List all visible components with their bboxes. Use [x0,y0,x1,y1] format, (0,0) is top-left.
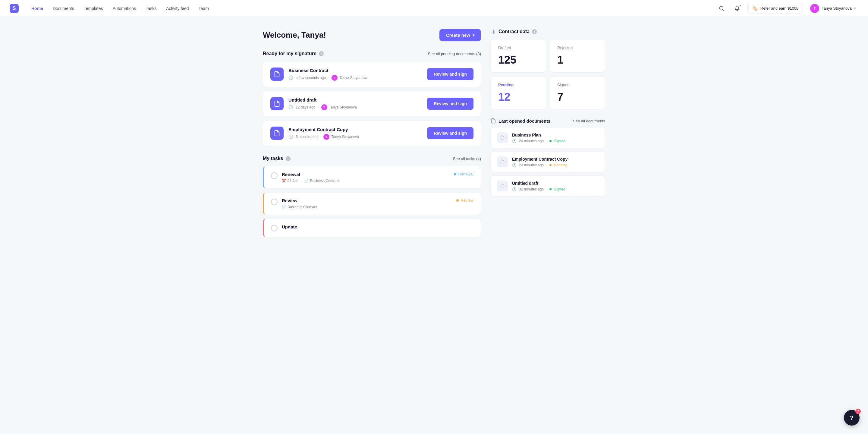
last-doc-meta: 🕐 32 minutes ago · Signed [512,187,599,191]
search-icon [719,6,724,11]
last-doc-icon [497,132,508,143]
stat-rejected-value: 1 [557,54,598,66]
last-doc-employment-contract[interactable]: Employment Contract Copy 🕐 23 minutes ag… [491,151,605,173]
doc-card-employment-contract: Employment Contract Copy 🕐 5 months ago … [263,120,481,146]
owner-name: Tanya Stoyanova [331,135,359,139]
stat-drafted: Drafted 125 [491,39,546,73]
nav-team[interactable]: Team [194,4,213,13]
badge-dot [456,199,459,202]
nav-tasks[interactable]: Tasks [141,4,161,13]
document-icon: 📄 [282,205,286,209]
stat-pending-value: 12 [498,91,538,103]
task-doc: 📄 Business Contract [282,205,317,209]
nav-right: 🏷️ Refer and earn $1000 T Tanya Stoyanov… [716,3,858,14]
task-date-text: 01 Jan [287,179,299,183]
create-new-label: Create new [446,33,470,38]
svg-line-1 [722,9,723,10]
last-doc-name: Business Plan [512,133,599,137]
see-all-documents-link[interactable]: See all documents [573,119,605,123]
last-doc-info: Untitled draft 🕐 32 minutes ago · Signed [512,181,599,191]
stat-signed-label: Signed [557,83,598,87]
doc-card-untitled-draft: Untitled draft 🕐 12 days ago · T Tanya S… [263,91,481,117]
file-icon [500,159,505,164]
bell-icon [735,6,740,11]
task-checkbox-review[interactable] [271,198,278,205]
tag-icon: 🏷️ [752,5,758,11]
see-all-pending-link[interactable]: See all pending documents (3) [428,52,481,56]
badge-dot [454,173,456,176]
stat-rejected: Rejected 1 [550,39,605,73]
ready-info-icon[interactable]: i [319,51,324,56]
last-doc-meta: 🕐 23 minutes ago · Pending [512,163,599,167]
task-content: Update [282,224,473,231]
left-column: Welcome, Tanya! Create new ▾ Ready for m… [263,29,481,241]
nav-templates[interactable]: Templates [80,4,107,13]
contract-data-header: Contract data i [491,29,605,34]
user-menu-button[interactable]: T Tanya Stoyanova ▾ [808,3,858,14]
search-button[interactable] [716,3,727,14]
ready-section-header: Ready for my signature i See all pending… [263,51,481,56]
chevron-down-icon: ▾ [472,33,474,37]
file-icon [500,135,505,140]
nav-automations[interactable]: Automations [108,4,141,13]
status-dot [550,164,552,166]
tasks-section: My tasks i See all tasks (4) Renewal 📅 0… [263,156,481,237]
doc-name: Employment Contract Copy [288,127,422,132]
task-name: Renewal [282,172,450,177]
status-text: Pending [554,163,567,167]
task-checkbox-renewal[interactable] [271,173,278,179]
task-content: Renewal 📅 01 Jan · 📄 Business Contract [282,172,450,183]
contract-data-section: Contract data i Drafted 125 Rejected 1 P… [491,29,605,110]
doc-owner: T Tanya Stoyanova [323,134,359,140]
last-doc-icon [497,156,508,167]
doc-meta: 🕐 12 days ago · T Tanya Stoyanova [288,104,422,110]
doc-icon [270,97,284,110]
file-icon [500,184,505,188]
nav-documents[interactable]: Documents [49,4,79,13]
stat-pending-label: Pending [498,83,538,87]
last-doc-icon [497,181,508,191]
doc-owner: T Tanya Stoyanova [332,75,367,81]
doc-name: Untitled draft [288,97,422,102]
nav-activity[interactable]: Activity feed [162,4,193,13]
status-text: Signed [554,139,565,143]
clock-icon: 🕐 [512,187,517,191]
refer-button[interactable]: 🏷️ Refer and earn $1000 [747,3,803,14]
task-doc: 📄 Business Contract [304,179,339,183]
tasks-section-header: My tasks i See all tasks (4) [263,156,481,161]
user-name: Tanya Stoyanova [822,6,852,10]
task-badge-review: Review [456,198,473,203]
clock-icon: 🕐 [288,75,293,80]
notifications-button[interactable] [732,3,743,14]
avatar: T [810,4,819,13]
review-sign-button-1[interactable]: Review and sign [427,68,473,80]
document-icon [491,118,496,124]
stat-pending: Pending 12 [491,76,546,110]
badge-label: Renewal [458,172,473,176]
calendar-icon: 📅 [282,179,286,183]
review-sign-button-3[interactable]: Review and sign [427,127,473,139]
owner-avatar: T [332,75,338,81]
doc-card-business-contract: Business Contract 🕐 a few seconds ago · … [263,61,481,87]
task-meta: 📄 Business Contract [282,205,452,209]
clock-icon: 🕐 [512,139,517,143]
owner-avatar: T [321,104,327,110]
nav-links: Home Documents Templates Automations Tas… [27,4,716,13]
create-new-button[interactable]: Create new ▾ [439,29,481,41]
owner-name: Tanya Stoyanova [329,105,357,110]
stats-grid: Drafted 125 Rejected 1 Pending 12 Signed… [491,39,605,110]
see-all-tasks-link[interactable]: See all tasks (4) [453,156,481,161]
document-icon: 📄 [304,179,309,183]
task-checkbox-update[interactable] [271,225,278,231]
separator: · [318,105,318,110]
last-opened-header: Last opened documents See all documents [491,118,605,124]
last-doc-untitled-draft[interactable]: Untitled draft 🕐 32 minutes ago · Signed [491,176,605,196]
nav-home[interactable]: Home [27,4,47,13]
refer-label: Refer and earn $1000 [761,6,798,10]
review-sign-button-2[interactable]: Review and sign [427,98,473,110]
contract-data-info-icon[interactable]: i [532,29,537,34]
tasks-info-icon[interactable]: i [286,156,290,161]
task-card-renewal: Renewal 📅 01 Jan · 📄 Business Contract [263,166,481,189]
last-opened-title-text: Last opened documents [498,119,551,124]
last-doc-business-plan[interactable]: Business Plan 🕐 20 minutes ago · Signed [491,127,605,148]
